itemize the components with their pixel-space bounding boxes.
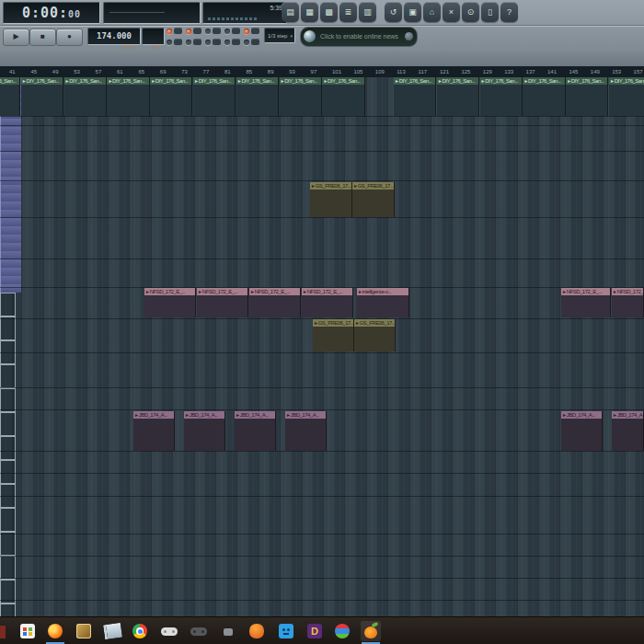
record-button[interactable]: ● (56, 29, 83, 46)
audio-clip[interactable]: ▸ DIY_176_San... (107, 77, 149, 116)
audio-clip[interactable]: ▸ DIY_176_San... (394, 77, 436, 116)
cut-button[interactable]: × (443, 2, 460, 22)
toggle-led[interactable] (186, 40, 191, 45)
audio-clip[interactable]: ▸ GS_FRE06_17... (310, 182, 352, 217)
gamepad-light-icon[interactable] (159, 621, 179, 641)
gate-clip[interactable] (0, 508, 16, 532)
mini-clip[interactable] (0, 226, 21, 235)
mini-clip[interactable] (0, 168, 21, 177)
toggle-led[interactable] (167, 29, 172, 34)
playlist-button[interactable]: ▤ (282, 2, 299, 22)
audio-clip[interactable]: ▸ DIY_176_San... (150, 77, 192, 116)
audio-clip[interactable]: ▸ NFSD_172_E_... (144, 288, 196, 317)
toggle-led[interactable] (167, 40, 172, 45)
toggle-led[interactable] (205, 40, 211, 45)
undo-button[interactable]: ↺ (385, 2, 402, 22)
toggle-icon[interactable] (193, 28, 201, 34)
save-button[interactable]: ▣ (404, 2, 421, 22)
audio-clip[interactable]: ▸ NFSD_172_E_... (249, 288, 301, 317)
notes-app-icon[interactable] (101, 621, 121, 641)
audio-clip[interactable]: ▸ DIY_176_San... (193, 77, 236, 116)
news-knob[interactable] (405, 32, 413, 40)
audio-clip[interactable]: ▸ DIY_176_San... (64, 77, 107, 116)
mini-clip[interactable] (0, 276, 21, 284)
toggle-icon[interactable] (174, 39, 182, 45)
toggle-icon[interactable] (232, 39, 240, 45)
mini-clip[interactable] (0, 152, 21, 160)
audio-clip[interactable]: ▸ JBD_174_A... (235, 411, 276, 451)
play-button[interactable]: ▶ (3, 29, 29, 46)
toggle-icon[interactable] (232, 28, 240, 34)
audio-clip[interactable]: ▸ DIY_176_San... (480, 77, 523, 116)
tempo-display[interactable]: 174.000 (87, 28, 141, 45)
audio-clip[interactable]: ▸ DIY_176_San... (523, 77, 565, 116)
audio-clip[interactable]: ▸ NFSD_172_E_... (302, 288, 353, 317)
audio-clip[interactable]: ▸ DIY_176_San... (236, 77, 279, 116)
toggle-led[interactable] (224, 40, 230, 45)
home-button[interactable]: ⌂ (423, 2, 441, 22)
gamepad-dark-icon[interactable] (189, 621, 209, 641)
audio-clip[interactable]: ▸ NFSD_172_E_... (197, 288, 248, 317)
audio-clip[interactable]: ▸ DIY_176_San... (437, 77, 479, 116)
audio-clip[interactable]: ▸ intelligence-c... (357, 288, 409, 317)
gate-clip[interactable] (0, 316, 16, 340)
step-seq-button[interactable]: ▦ (301, 2, 318, 22)
toggle-icon[interactable] (251, 28, 259, 34)
mixer-button[interactable]: ▥ (359, 2, 376, 22)
audio-clip[interactable]: ▸ JBD_174_A... (184, 411, 225, 451)
pattern-display[interactable] (142, 28, 165, 45)
gate-clip[interactable] (0, 460, 16, 484)
playlist-grid[interactable]: ▸ DIY_176_San...▸ DIY_176_San...▸ DIY_17… (0, 77, 644, 616)
audio-clip[interactable]: ▸ NFSD_172_E_... (612, 288, 644, 317)
mini-clip[interactable] (0, 235, 21, 243)
mini-clip[interactable] (0, 185, 21, 193)
gate-clip[interactable] (0, 412, 16, 436)
browser-button[interactable]: ≣ (339, 2, 357, 22)
audio-clip[interactable]: ▸ DIY_176_San... (21, 77, 63, 116)
firefox-icon[interactable] (45, 621, 65, 641)
mini-clip[interactable] (0, 201, 21, 210)
mini-clip[interactable] (0, 218, 21, 226)
microsoft-store-icon[interactable] (17, 621, 38, 641)
fl-studio-icon[interactable] (361, 621, 381, 641)
toggle-icon[interactable] (251, 39, 259, 45)
audio-clip[interactable]: ▸ DIY_176_San... (609, 77, 644, 116)
audio-clip[interactable]: ▸ GS_FRE06_17... (352, 182, 395, 217)
notes-button[interactable]: ▯ (481, 2, 499, 22)
toggle-led[interactable] (224, 29, 230, 34)
audio-clip[interactable]: ▸ DIY_176_San... (0, 77, 20, 116)
audio-clip[interactable]: ▸ JBD_174_A... (133, 411, 175, 451)
chrome-icon[interactable] (130, 621, 150, 641)
online-news-panel[interactable]: Click to enable online news (300, 27, 418, 47)
mini-clip[interactable] (0, 284, 21, 293)
gate-clip[interactable] (0, 364, 16, 388)
gate-clip[interactable] (0, 293, 16, 316)
toggle-led[interactable] (244, 40, 249, 45)
gold-app-icon[interactable] (74, 621, 94, 641)
time-display[interactable]: 0:00:00 (3, 2, 100, 24)
mini-clip[interactable] (0, 135, 21, 144)
snap-selector[interactable]: 1/3 step▾ (264, 28, 295, 43)
mini-clip[interactable] (0, 127, 21, 135)
toggle-led[interactable] (244, 29, 249, 34)
bluestacks-icon[interactable] (332, 621, 352, 641)
mini-clip[interactable] (0, 243, 21, 251)
toggle-led[interactable] (205, 29, 211, 34)
audio-clip[interactable]: ▸ GS_FRE06_17... (313, 319, 354, 351)
small-app-icon[interactable] (218, 621, 238, 641)
piano-roll-button[interactable]: ▩ (320, 2, 338, 22)
toggle-icon[interactable] (213, 28, 221, 34)
gate-clip[interactable] (0, 556, 16, 580)
audio-clip[interactable]: ▸ GS_FRE06_17... (354, 319, 396, 351)
blue-face-app-icon[interactable] (276, 621, 296, 641)
toggle-icon[interactable] (174, 28, 182, 34)
purple-d-app-icon[interactable]: D (305, 621, 325, 641)
zoom-button[interactable]: ⊙ (462, 2, 479, 22)
mini-clip[interactable] (0, 259, 21, 268)
monitor-panel[interactable]: 5:39 (202, 2, 287, 24)
audio-clip[interactable]: ▸ NFSD_172_E_... (561, 288, 611, 317)
toggle-led[interactable] (186, 29, 191, 34)
help-button[interactable]: ? (500, 2, 518, 22)
toggle-icon[interactable] (213, 39, 221, 45)
mini-clip[interactable] (0, 268, 21, 276)
